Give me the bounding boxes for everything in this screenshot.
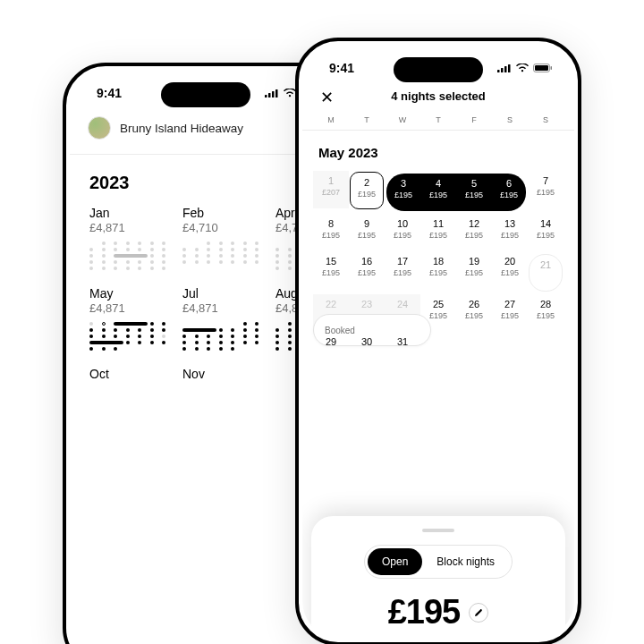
month-cell-feb[interactable]: Feb £4,710 (182, 206, 265, 270)
availability-segment: Open Block nights (327, 545, 549, 579)
day-13[interactable]: 13£195 (492, 214, 528, 251)
day-18[interactable]: 18£195 (420, 251, 456, 289)
day-12[interactable]: 12£195 (456, 214, 492, 251)
svg-rect-0 (265, 95, 267, 97)
status-time: 9:41 (329, 61, 354, 75)
svg-rect-10 (508, 64, 511, 72)
svg-rect-12 (535, 65, 548, 71)
calendar-row-5: 29 30 31 (302, 332, 574, 369)
day-28[interactable]: 28£195 (528, 294, 564, 332)
cellular-icon (265, 89, 279, 97)
day-27[interactable]: 27£195 (492, 294, 528, 332)
day-17[interactable]: 17£195 (385, 251, 420, 289)
day-15[interactable]: 15£195 (313, 251, 349, 289)
day-2[interactable]: 2£195 (350, 172, 384, 209)
day-26[interactable]: 26£195 (456, 294, 492, 332)
listing-avatar (88, 116, 111, 140)
svg-rect-2 (272, 91, 275, 97)
svg-rect-3 (275, 89, 278, 97)
month-cell-nov[interactable]: Nov (182, 367, 265, 381)
mini-cal-may (89, 322, 172, 351)
svg-rect-9 (504, 66, 507, 72)
segment-open[interactable]: Open (368, 548, 422, 575)
day-29[interactable]: 29 (313, 332, 349, 369)
day-3-selected[interactable]: 3£195 (386, 174, 420, 211)
status-time: 9:41 (97, 86, 122, 100)
day-16[interactable]: 16£195 (349, 251, 385, 289)
cellular-icon (497, 64, 512, 72)
battery-icon (533, 64, 553, 72)
month-cell-jul[interactable]: Jul £4,871 (182, 286, 265, 351)
mini-cal-jul (182, 322, 265, 351)
detail-header: ✕ 4 nights selected (302, 80, 574, 115)
wifi-icon (284, 89, 296, 97)
weekday-row: M T W T F S S (302, 115, 574, 131)
mini-cal-jan (89, 242, 172, 270)
day-21-blocked[interactable]: 21 (529, 254, 563, 292)
day-6-selected[interactable]: 6£195 (492, 174, 526, 211)
pencil-icon (474, 608, 483, 617)
svg-rect-13 (551, 66, 553, 70)
day-1[interactable]: 1£207 (313, 171, 349, 208)
day-8[interactable]: 8£195 (313, 214, 349, 251)
nightly-price: £195 (388, 593, 461, 631)
svg-rect-1 (268, 93, 271, 97)
listing-name: Bruny Island Hideaway (120, 122, 243, 135)
close-icon[interactable]: ✕ (320, 89, 334, 106)
wifi-icon (516, 64, 529, 72)
day-14[interactable]: 14£195 (528, 214, 564, 251)
day-19[interactable]: 19£195 (456, 251, 492, 289)
day-4-selected[interactable]: 4£195 (420, 174, 456, 211)
month-cell-oct[interactable]: Oct (89, 367, 172, 381)
day-31[interactable]: 31 (385, 332, 420, 369)
bottom-sheet: Open Block nights £195 (311, 516, 565, 639)
dynamic-island (394, 57, 483, 82)
day-11[interactable]: 11£195 (420, 214, 456, 251)
month-heading: May 2023 (302, 131, 574, 171)
month-cell-jan[interactable]: Jan £4,871 (89, 206, 172, 270)
selection-title: 4 nights selected (391, 89, 485, 103)
month-cell-may[interactable]: May £4,871 (89, 286, 172, 351)
svg-rect-7 (497, 70, 500, 72)
sheet-handle[interactable] (422, 529, 454, 532)
day-5-selected[interactable]: 5£195 (456, 174, 492, 211)
segment-block[interactable]: Block nights (422, 548, 509, 575)
dynamic-island (161, 82, 250, 107)
svg-rect-8 (501, 68, 504, 72)
day-7[interactable]: 7£195 (528, 171, 564, 208)
calendar-grid: 1£207 2£195 3£195 4£195 5£195 6£195 7£19… (302, 171, 574, 294)
edit-price-button[interactable] (469, 603, 488, 623)
day-30[interactable]: 30 (349, 332, 385, 369)
phone-month-detail: 9:41 ✕ 4 nights selected M T W T F S S M… (295, 38, 581, 644)
day-20[interactable]: 20£195 (492, 251, 528, 289)
status-indicators (497, 64, 553, 72)
price-row: £195 (327, 593, 549, 631)
mini-cal-feb (182, 242, 265, 264)
day-10[interactable]: 10£195 (385, 214, 420, 251)
day-9[interactable]: 9£195 (349, 214, 385, 251)
